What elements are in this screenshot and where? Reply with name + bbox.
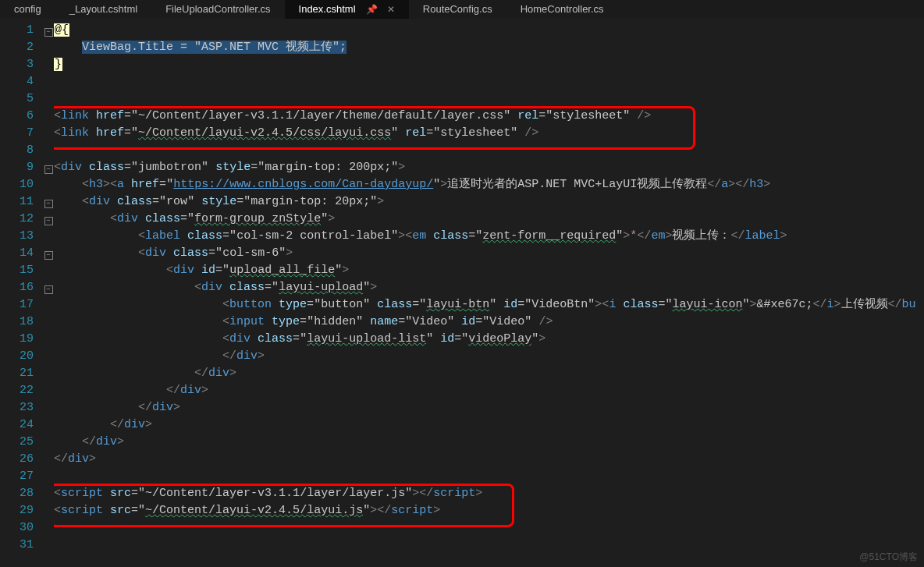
tab-layout[interactable]: _Layout.cshtml bbox=[55, 0, 151, 19]
fold-toggle[interactable]: − bbox=[44, 28, 53, 37]
razor-open: @{ bbox=[54, 23, 69, 37]
fold-toggle[interactable]: − bbox=[44, 165, 53, 174]
watermark: @51CTO博客 bbox=[859, 551, 918, 564]
code-line-16: <div class="layui-upload"> bbox=[54, 279, 924, 296]
code-line-7: <link href="~/Content/layui-v2.4.5/css/l… bbox=[54, 125, 924, 142]
code-line-14: <div class="col-sm-6"> bbox=[54, 245, 924, 262]
code-line-9: <div class="jumbotron" style="margin-top… bbox=[54, 159, 924, 176]
tab-fileupload[interactable]: FileUploadController.cs bbox=[151, 0, 284, 19]
fold-toggle[interactable]: − bbox=[44, 251, 53, 260]
pin-icon[interactable]: 📌 bbox=[366, 4, 378, 15]
code-line-28: <script src="~/Content/layer-v3.1.1/laye… bbox=[54, 485, 924, 502]
line-gutter: 1234567891011121314151617181920212223242… bbox=[0, 19, 43, 567]
code-area[interactable]: @{ ViewBag.Title = "ASP.NET MVC 视频上传"; }… bbox=[54, 19, 924, 567]
code-line-18: <input type="hidden" name="Video" id="Vi… bbox=[54, 314, 924, 331]
code-editor[interactable]: 1234567891011121314151617181920212223242… bbox=[0, 19, 924, 567]
tab-config[interactable]: config bbox=[0, 0, 55, 19]
code-line-19: <div class="layui-upload-list" id="video… bbox=[54, 331, 924, 348]
code-line-13: <label class="col-sm-2 control-label"><e… bbox=[54, 228, 924, 245]
code-line-15: <div id="upload_all_file"> bbox=[54, 262, 924, 279]
code-line-29: <script src="~/Content/layui-v2.4.5/layu… bbox=[54, 502, 924, 519]
code-line-10: <h3><a href="https://www.cnblogs.com/Can… bbox=[54, 176, 924, 193]
code-line-17: <button type="button" class="layui-btn" … bbox=[54, 296, 924, 314]
tab-homecontroller[interactable]: HomeController.cs bbox=[506, 0, 618, 19]
tab-index[interactable]: Index.cshtml 📌 ✕ bbox=[285, 0, 409, 19]
fold-column: −−−−−− bbox=[43, 19, 54, 567]
code-line-11: <div class="row" style="margin-top: 20px… bbox=[54, 193, 924, 211]
code-line-6: <link href="~/Content/layer-v3.1.1/layer… bbox=[54, 108, 924, 125]
tab-routeconfig[interactable]: RouteConfig.cs bbox=[409, 0, 506, 19]
code-line-12: <div class="form-group znStyle"> bbox=[54, 211, 924, 228]
tab-index-label: Index.cshtml bbox=[299, 3, 356, 15]
fold-toggle[interactable]: − bbox=[44, 285, 53, 294]
razor-close: } bbox=[54, 58, 62, 71]
tab-bar: config _Layout.cshtml FileUploadControll… bbox=[0, 0, 924, 19]
fold-toggle[interactable]: − bbox=[44, 217, 53, 225]
close-icon[interactable]: ✕ bbox=[387, 4, 395, 15]
fold-toggle[interactable]: − bbox=[44, 200, 53, 208]
